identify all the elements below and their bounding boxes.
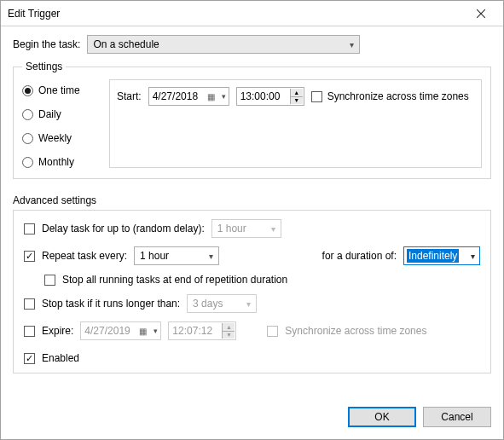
- chevron-down-icon: ▾: [246, 299, 251, 309]
- stop-if-checkbox[interactable]: [24, 298, 35, 310]
- repeat-every-combo[interactable]: 1 hour ▾: [134, 246, 219, 265]
- chevron-down-icon: ▾: [209, 252, 213, 261]
- enabled-label: Enabled: [42, 352, 79, 364]
- duration-combo[interactable]: Indefinitely ▾: [403, 246, 480, 265]
- spin-up-icon: ▲: [223, 323, 235, 331]
- settings-legend: Settings: [22, 61, 66, 72]
- ok-button[interactable]: OK: [348, 407, 416, 427]
- radio-weekly[interactable]: Weekly: [22, 132, 99, 144]
- radio-icon: [22, 85, 33, 96]
- chevron-down-icon: ▾: [350, 40, 354, 49]
- dialog-footer: OK Cancel: [1, 398, 503, 439]
- radio-one-time[interactable]: One time: [22, 84, 99, 96]
- expire-time-spinner: 12:07:12 ▲ ▼: [168, 321, 236, 340]
- expire-date-picker: 4/27/2019 ▦ ▾: [80, 321, 161, 340]
- begin-task-value: On a schedule: [93, 38, 159, 50]
- sync-timezones-label: Synchronize across time zones: [327, 90, 469, 102]
- begin-task-label: Begin the task:: [13, 38, 80, 50]
- expire-checkbox[interactable]: [24, 326, 35, 337]
- titlebar: Edit Trigger: [1, 1, 503, 26]
- cancel-label: Cancel: [441, 411, 472, 423]
- begin-task-combo[interactable]: On a schedule ▾: [87, 35, 360, 54]
- cancel-button[interactable]: Cancel: [423, 407, 491, 427]
- duration-label: for a duration of:: [322, 250, 397, 262]
- repeat-value: 1 hour: [140, 250, 169, 262]
- radio-icon: [22, 157, 33, 168]
- start-time-spinner[interactable]: 13:00:00 ▲ ▼: [236, 87, 304, 106]
- stop-if-label: Stop task if it runs longer than:: [42, 298, 180, 310]
- calendar-icon: ▦: [139, 327, 147, 336]
- chevron-down-icon: ▾: [154, 327, 158, 335]
- start-date-picker[interactable]: 4/27/2018 ▦ ▾: [148, 87, 229, 106]
- advanced-settings-label: Advanced settings: [13, 194, 491, 206]
- settings-group: Settings One time Daily Weekly: [13, 61, 491, 179]
- spinner-buttons: ▲ ▼: [222, 323, 235, 339]
- radio-icon: [22, 133, 33, 144]
- sync-timezones-checkbox[interactable]: [311, 91, 322, 102]
- radio-daily[interactable]: Daily: [22, 108, 99, 120]
- start-label: Start:: [117, 90, 142, 102]
- chevron-down-icon: ▾: [222, 92, 226, 101]
- radio-label: Weekly: [38, 132, 72, 144]
- expire-date-value: 4/27/2019: [84, 325, 130, 337]
- stop-all-checkbox[interactable]: [44, 275, 55, 286]
- duration-value: Indefinitely: [407, 249, 459, 263]
- close-icon: [477, 9, 485, 18]
- ok-label: OK: [374, 411, 389, 423]
- enabled-checkbox[interactable]: [24, 353, 35, 364]
- stop-if-value: 3 days: [193, 298, 223, 310]
- chevron-down-icon: ▾: [471, 252, 475, 261]
- radio-icon: [22, 109, 33, 120]
- delay-label: Delay task for up to (random delay):: [42, 223, 205, 234]
- delay-combo: 1 hour ▾: [211, 219, 281, 238]
- radio-monthly[interactable]: Monthly: [22, 156, 99, 168]
- delay-value: 1 hour: [217, 223, 246, 234]
- expire-label: Expire:: [42, 325, 73, 337]
- stop-if-combo: 3 days ▾: [187, 294, 257, 313]
- start-date-value: 4/27/2018: [153, 90, 198, 102]
- spin-down-icon[interactable]: ▼: [291, 96, 303, 105]
- stop-all-label: Stop all running tasks at end of repetit…: [62, 274, 287, 286]
- advanced-settings-group: Delay task for up to (random delay): 1 h…: [13, 210, 491, 373]
- radio-label: Daily: [38, 108, 61, 120]
- start-time-value: 13:00:00: [240, 90, 281, 102]
- edit-trigger-dialog: Edit Trigger Begin the task: On a schedu…: [0, 0, 504, 440]
- spin-down-icon: ▼: [223, 331, 235, 339]
- expire-time-value: 12:07:12: [172, 325, 212, 337]
- window-title: Edit Trigger: [8, 8, 464, 20]
- calendar-icon: ▦: [207, 92, 215, 101]
- spinner-buttons[interactable]: ▲ ▼: [290, 89, 303, 104]
- chevron-down-icon: ▾: [271, 224, 275, 234]
- delay-checkbox[interactable]: [24, 223, 35, 234]
- radio-label: One time: [38, 84, 80, 96]
- expire-sync-label: Synchronize across time zones: [285, 325, 426, 337]
- expire-sync-checkbox: [267, 326, 278, 337]
- spin-up-icon[interactable]: ▲: [291, 89, 303, 96]
- repeat-checkbox[interactable]: [24, 251, 35, 262]
- radio-label: Monthly: [38, 156, 74, 168]
- repeat-label: Repeat task every:: [42, 250, 127, 262]
- start-panel: Start: 4/27/2018 ▦ ▾ 13:00:00 ▲ ▼: [109, 79, 482, 168]
- close-button[interactable]: [464, 2, 498, 26]
